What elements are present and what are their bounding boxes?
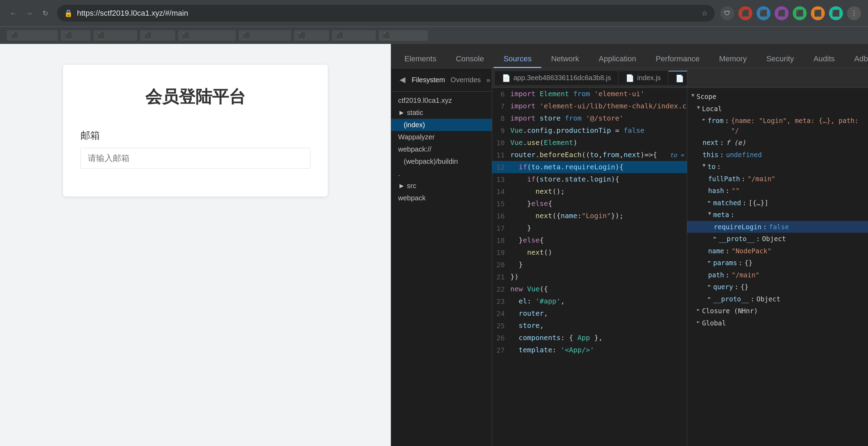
- tree-item-static[interactable]: ► static: [391, 107, 492, 119]
- debug-proto1-row[interactable]: ► __proto__ : Object: [687, 233, 868, 245]
- bookmark-8[interactable]: ⬛: [332, 30, 376, 41]
- code-line-19: 19 next(): [492, 246, 687, 259]
- tab-memory[interactable]: Memory: [709, 51, 756, 68]
- extension-icon-4[interactable]: ⬛: [775, 6, 789, 20]
- params-key: params: [713, 258, 737, 268]
- email-input[interactable]: [80, 148, 310, 169]
- tab-elements[interactable]: Elements: [395, 51, 446, 68]
- debug-params-row[interactable]: ► params : {}: [687, 257, 868, 269]
- sidebar-tab-filesystem[interactable]: Filesystem: [412, 76, 445, 84]
- tree-item-webpack[interactable]: webpack://: [391, 143, 492, 155]
- to-key: to: [707, 162, 715, 172]
- tree-item-index[interactable]: (index): [391, 119, 492, 131]
- tree-item-webpack2[interactable]: webpack: [391, 192, 492, 204]
- webpage-area: 会员登陆平台 邮箱: [0, 44, 391, 446]
- tab-security[interactable]: Security: [757, 51, 804, 68]
- devtools: Elements Console Sources Network Applica…: [391, 44, 868, 446]
- tab-adblock[interactable]: Adblock Plus: [845, 51, 868, 68]
- code-area: 📄 app.3eeb486336116dc6a3b8.js 📄 index.js…: [492, 68, 687, 446]
- to-expand-icon[interactable]: ▼: [703, 162, 705, 169]
- scope-header[interactable]: ▼ Scope: [687, 91, 868, 103]
- debug-matched-row[interactable]: ► matched : [{…}]: [687, 197, 868, 209]
- proto1-expand-icon[interactable]: ►: [714, 234, 716, 241]
- tab-network[interactable]: Network: [541, 51, 589, 68]
- proto2-expand-icon[interactable]: ►: [708, 294, 711, 301]
- debug-global-row[interactable]: ► Global: [687, 317, 868, 329]
- meta-expand-icon[interactable]: ▼: [708, 210, 711, 217]
- code-line-14: 14 next();: [492, 185, 687, 198]
- requirelogin-value: false: [769, 222, 789, 232]
- tab-console[interactable]: Console: [446, 51, 494, 68]
- forward-button[interactable]: →: [23, 7, 36, 20]
- reload-button[interactable]: ↻: [39, 7, 52, 20]
- extension-icon-1[interactable]: 🛡: [720, 6, 734, 20]
- sidebar-tree: ctf2019.l0ca1.xyz ► static (index) Wappa…: [391, 92, 492, 446]
- extension-icon-2[interactable]: ⬛: [738, 6, 752, 20]
- tree-item-src[interactable]: ► src: [391, 180, 492, 192]
- code-line-17: 17 }: [492, 222, 687, 234]
- bookmark-2[interactable]: ⬛: [61, 30, 91, 41]
- code-line-20: 20 }: [492, 259, 687, 271]
- extension-icon-6[interactable]: ⬛: [811, 6, 825, 20]
- bookmark-4[interactable]: ⬛: [140, 30, 175, 41]
- scope-expand-icon[interactable]: ▼: [691, 92, 694, 99]
- code-line-23: 23 el: '#app',: [492, 295, 687, 307]
- name-key: name: [708, 246, 724, 256]
- file-tab-app-js[interactable]: 📄 app.3eeb486336116dc6a3b8.js: [495, 71, 618, 85]
- tab-sources[interactable]: Sources: [494, 51, 541, 68]
- debug-query-row[interactable]: ► query : {}: [687, 281, 868, 293]
- extension-icon-5[interactable]: ⬛: [793, 6, 807, 20]
- tab-audits[interactable]: Audits: [804, 51, 844, 68]
- bookmark-7[interactable]: ⬛: [294, 30, 329, 41]
- query-expand-icon[interactable]: ►: [708, 282, 711, 289]
- tab-performance[interactable]: Performance: [646, 51, 709, 68]
- debug-closure-row[interactable]: ► Closure (NHnr): [687, 305, 868, 317]
- bookmark-1[interactable]: ⬛: [7, 30, 58, 41]
- file-icon-main: 📄: [675, 74, 684, 83]
- debug-content: ▼ Scope ▼ Local ► from : {name: "Login",…: [687, 88, 868, 446]
- extension-icon-7[interactable]: ⬛: [829, 6, 843, 20]
- file-tab-index-label: index.js: [637, 74, 661, 82]
- back-button[interactable]: ←: [7, 7, 20, 20]
- tree-item-domain[interactable]: ctf2019.l0ca1.xyz: [391, 94, 492, 107]
- proto1-key: __proto__: [719, 234, 754, 244]
- local-header[interactable]: ▼ Local: [687, 103, 868, 115]
- debug-hash-row: hash : "": [687, 185, 868, 197]
- code-line-27: 27 template: '<App/>': [492, 344, 687, 356]
- debug-next-row: next : f (e): [687, 137, 868, 149]
- debug-meta-row[interactable]: ▼ meta :: [687, 209, 868, 221]
- sidebar-nav-prev[interactable]: ◀: [397, 74, 408, 86]
- bookmark-5[interactable]: ⬛: [178, 30, 236, 41]
- file-icon-app: 📄: [502, 74, 511, 82]
- params-expand-icon[interactable]: ►: [708, 258, 711, 265]
- debug-toolbar: [687, 68, 868, 88]
- file-icon-index: 📄: [626, 74, 634, 82]
- sidebar-tab-more[interactable]: »: [486, 76, 490, 84]
- local-expand-icon[interactable]: ▼: [697, 104, 700, 111]
- debug-to-row[interactable]: ▼ to :: [687, 161, 868, 173]
- address-bar[interactable]: 🔒 https://sctf2019.l0ca1.xyz/#/main ☆: [57, 5, 715, 22]
- bookmark-6[interactable]: ⬛: [239, 30, 291, 41]
- matched-expand-icon[interactable]: ►: [708, 198, 711, 205]
- bookmark-3[interactable]: ⬛: [93, 30, 137, 41]
- tree-item-dot[interactable]: .: [391, 168, 492, 180]
- extension-icon-3[interactable]: ⬛: [757, 6, 770, 20]
- more-options-button[interactable]: ⋮: [847, 6, 861, 20]
- tree-item-webpack-buildin[interactable]: (webpack)/buildin: [391, 155, 492, 168]
- global-expand-icon[interactable]: ►: [697, 318, 700, 325]
- closure-expand-icon[interactable]: ►: [697, 306, 700, 313]
- tree-item-wappalyzer[interactable]: Wappalyzer: [391, 131, 492, 143]
- code-editor[interactable]: 6 import Element from 'element-ui' 7 imp…: [492, 88, 687, 446]
- sidebar-tab-overrides[interactable]: Overrides: [451, 76, 481, 84]
- bookmark-9[interactable]: ⬛: [379, 30, 428, 41]
- tab-application[interactable]: Application: [589, 51, 646, 68]
- browser-chrome: ← → ↻ 🔒 https://sctf2019.l0ca1.xyz/#/mai…: [0, 0, 868, 26]
- file-tab-main-js[interactable]: 📄 main.js ✕: [668, 71, 687, 85]
- code-line-10: 10 Vue.use(Element): [492, 137, 687, 149]
- file-tab-index-js[interactable]: 📄 index.js: [619, 71, 668, 85]
- from-key: from: [707, 116, 723, 126]
- debug-proto2-row[interactable]: ► __proto__ : Object: [687, 293, 868, 305]
- from-expand-icon[interactable]: ►: [703, 116, 705, 123]
- meta-key: meta: [713, 210, 729, 220]
- code-line-8: 8 import store from '@/store': [492, 112, 687, 124]
